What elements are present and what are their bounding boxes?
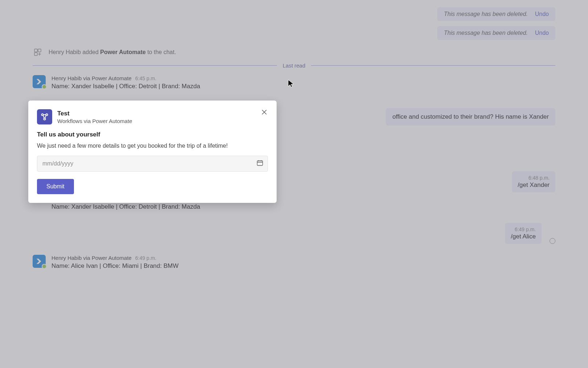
card-heading: Tell us about yourself xyxy=(37,131,268,138)
calendar-icon[interactable] xyxy=(256,159,264,168)
close-icon xyxy=(261,109,267,115)
adaptive-card-modal: Test Workflows via Power Automate Tell u… xyxy=(28,101,277,203)
modal-title: Test xyxy=(57,110,132,117)
card-description: We just need a few more details to get y… xyxy=(37,143,268,149)
workflow-icon xyxy=(37,109,52,124)
date-input[interactable] xyxy=(37,156,268,172)
svg-point-5 xyxy=(44,118,46,120)
close-button[interactable] xyxy=(259,107,269,117)
modal-header: Test Workflows via Power Automate xyxy=(37,109,268,124)
date-field-wrapper xyxy=(37,156,268,172)
modal-subtitle: Workflows via Power Automate xyxy=(57,118,132,124)
submit-button[interactable]: Submit xyxy=(37,179,74,194)
svg-rect-6 xyxy=(257,161,263,165)
